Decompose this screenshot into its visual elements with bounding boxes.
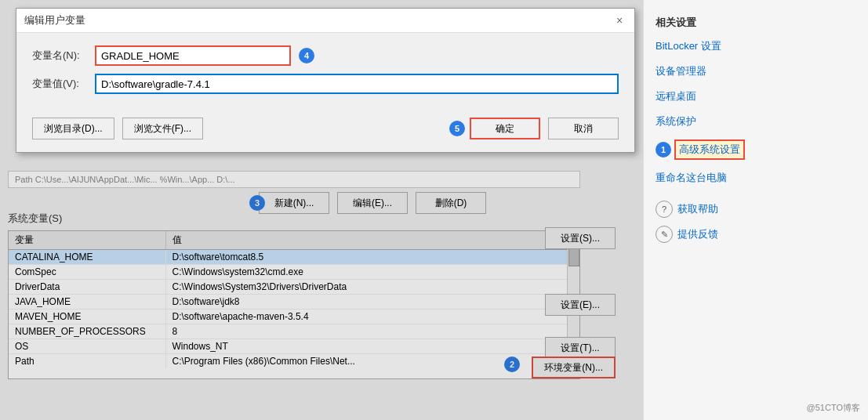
feedback-label: 提供反馈 bbox=[677, 227, 718, 241]
browse-dir-button[interactable]: 浏览目录(D)... bbox=[32, 118, 114, 139]
dialog-body: 变量名(N): 4 变量值(V): bbox=[16, 33, 634, 114]
dialog-title: 编辑用户变量 bbox=[24, 13, 85, 27]
badge-5: 5 bbox=[449, 121, 465, 136]
system-protect-link[interactable]: 系统保护 bbox=[656, 114, 856, 129]
variable-name-row: 变量名(N): 4 bbox=[32, 45, 619, 66]
rename-computer-link[interactable]: 重命名这台电脑 bbox=[656, 171, 856, 185]
bitlocker-link[interactable]: BitLocker 设置 bbox=[656, 39, 856, 53]
advanced-system-link[interactable]: 高级系统设置 bbox=[674, 139, 745, 160]
help-section: ? 获取帮助 ✎ 提供反馈 bbox=[656, 201, 856, 243]
feedback-icon: ✎ bbox=[656, 226, 673, 243]
dialog-titlebar: 编辑用户变量 × bbox=[16, 9, 634, 33]
remote-desktop-link[interactable]: 远程桌面 bbox=[656, 89, 856, 103]
confirm-button[interactable]: 确定 bbox=[470, 118, 540, 139]
variable-value-row: 变量值(V): bbox=[32, 74, 619, 94]
dialog-buttons: 浏览目录(D)... 浏览文件(F)... 5 确定 取消 bbox=[16, 114, 634, 152]
browse-file-button[interactable]: 浏览文件(F)... bbox=[122, 118, 203, 139]
help-icon: ? bbox=[656, 201, 673, 218]
badge-4: 4 bbox=[299, 48, 314, 63]
feedback-item[interactable]: ✎ 提供反馈 bbox=[656, 226, 856, 243]
variable-value-label: 变量值(V): bbox=[32, 77, 95, 91]
get-help-item[interactable]: ? 获取帮助 bbox=[656, 201, 856, 218]
right-panel: 相关设置 BitLocker 设置 设备管理器 远程桌面 系统保护 1 高级系统… bbox=[643, 0, 868, 420]
variable-value-input[interactable] bbox=[95, 74, 619, 94]
device-manager-link[interactable]: 设备管理器 bbox=[656, 64, 856, 78]
badge-1: 1 bbox=[656, 142, 671, 158]
close-button[interactable]: × bbox=[612, 13, 626, 27]
variable-name-label: 变量名(N): bbox=[32, 49, 95, 63]
variable-name-input[interactable] bbox=[95, 45, 291, 66]
edit-dialog: 编辑用户变量 × 变量名(N): 4 变量值(V): 浏览目录(D)... 浏览… bbox=[16, 8, 635, 153]
cancel-button[interactable]: 取消 bbox=[548, 118, 619, 139]
get-help-label: 获取帮助 bbox=[677, 202, 718, 216]
watermark: @51CTO博客 bbox=[807, 402, 860, 414]
right-panel-title: 相关设置 bbox=[656, 16, 856, 30]
